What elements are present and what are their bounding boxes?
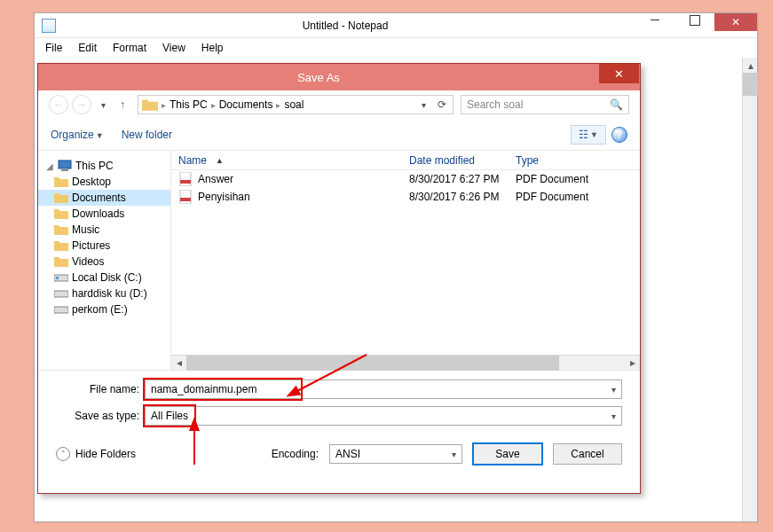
folder-tree[interactable]: ◢ This PC Desktop Documents Downloads Mu… — [38, 151, 171, 370]
scrollbar-horizontal[interactable]: ◂ ▸ — [171, 355, 640, 370]
file-type: PDF Document — [509, 173, 640, 185]
tree-downloads[interactable]: Downloads — [38, 206, 170, 222]
tree-label: Music — [72, 223, 99, 236]
tree-label: Videos — [72, 255, 104, 268]
saveastype-select[interactable]: All Files — [145, 406, 622, 426]
tree-pictures[interactable]: Pictures — [38, 238, 170, 254]
tree-disk-e[interactable]: perkom (E:) — [38, 301, 170, 317]
pdf-file-icon — [178, 190, 193, 204]
minimize-button[interactable] — [635, 12, 674, 29]
hide-folders-button[interactable]: ˄ Hide Folders — [56, 447, 136, 461]
svg-rect-4 — [54, 291, 68, 297]
scroll-right-icon[interactable]: ▸ — [625, 356, 640, 370]
svg-rect-9 — [180, 198, 191, 201]
scroll-up-icon[interactable]: ▴ — [743, 58, 758, 73]
breadcrumb[interactable]: ▸ This PC ▸ Documents ▸ soal ▾ ⟳ — [138, 95, 454, 114]
nav-forward-button[interactable]: → — [72, 95, 91, 114]
save-fields: File name: nama_domainmu.pem Save as typ… — [38, 371, 640, 436]
view-options-button[interactable]: ☷▼ — [571, 125, 606, 145]
save-as-dialog: Save As ← → ▾ ↑ ▸ This PC ▸ Documents ▸ … — [37, 63, 641, 494]
file-name: Penyisihan — [198, 191, 250, 203]
svg-rect-1 — [61, 169, 68, 171]
folder-icon — [54, 255, 68, 268]
drive-icon — [54, 271, 68, 284]
notepad-app-icon — [42, 19, 56, 33]
scrollbar-vertical[interactable]: ▴ — [742, 58, 757, 521]
tree-label: Pictures — [72, 239, 110, 252]
menu-edit[interactable]: Edit — [71, 40, 104, 56]
drive-icon — [54, 303, 68, 316]
menu-help[interactable]: Help — [194, 40, 231, 56]
search-input[interactable]: Search soal 🔍 — [461, 95, 629, 114]
tree-disk-c[interactable]: Local Disk (C:) — [38, 270, 170, 286]
sort-asc-icon: ▲ — [216, 156, 224, 165]
column-type[interactable]: Type — [509, 154, 640, 167]
tree-label: perkom (E:) — [72, 303, 128, 316]
scroll-thumb[interactable] — [743, 73, 758, 96]
saveas-titlebar[interactable]: Save As — [38, 64, 640, 90]
breadcrumb-soal[interactable]: soal — [280, 98, 307, 111]
notepad-titlebar[interactable]: Untitled - Notepad — [35, 13, 757, 38]
notepad-menu-bar: File Edit Format View Help — [35, 38, 757, 58]
file-date: 8/30/2017 6:26 PM — [402, 191, 509, 203]
nav-up-button[interactable]: ↑ — [114, 98, 130, 111]
drive-icon — [54, 287, 68, 300]
scroll-left-icon[interactable]: ◂ — [171, 356, 186, 370]
saveastype-label: Save as type: — [56, 410, 145, 422]
saveas-title: Save As — [38, 71, 599, 84]
file-list: Name▲ Date modified Type Answer 8/30/201… — [171, 151, 640, 370]
file-list-header[interactable]: Name▲ Date modified Type — [171, 151, 640, 170]
column-name[interactable]: Name▲ — [171, 154, 402, 167]
encoding-value: ANSI — [335, 448, 360, 460]
tree-documents[interactable]: Documents — [38, 190, 170, 206]
column-date[interactable]: Date modified — [402, 154, 509, 167]
folder-icon — [54, 223, 68, 236]
maximize-button[interactable] — [674, 12, 714, 29]
scroll-thumb[interactable] — [186, 356, 559, 371]
svg-rect-8 — [180, 190, 191, 204]
file-row[interactable]: Penyisihan 8/30/2017 6:26 PM PDF Documen… — [171, 188, 640, 206]
organize-menu[interactable]: Organize▼ — [51, 129, 104, 141]
search-placeholder: Search soal — [467, 98, 523, 111]
menu-file[interactable]: File — [38, 40, 69, 56]
tree-music[interactable]: Music — [38, 222, 170, 238]
desktop-icons-column — [0, 0, 27, 532]
encoding-label: Encoding: — [272, 448, 319, 460]
close-button[interactable] — [714, 13, 757, 31]
help-button[interactable]: ? — [611, 127, 627, 143]
toolbar: Organize▼ New folder ☷▼ ? — [38, 119, 640, 151]
file-list-body[interactable]: Answer 8/30/2017 6:27 PM PDF Document Pe… — [171, 170, 640, 355]
breadcrumb-documents[interactable]: Documents — [216, 98, 277, 111]
search-icon: 🔍 — [610, 98, 623, 111]
new-folder-button[interactable]: New folder — [122, 129, 172, 141]
nav-back-button[interactable]: ← — [49, 95, 68, 114]
svg-rect-6 — [180, 172, 191, 186]
saveas-close-button[interactable] — [599, 64, 639, 83]
tree-expand-icon[interactable]: ◢ — [45, 161, 54, 171]
folder-icon — [54, 239, 68, 252]
nav-history-dropdown[interactable]: ▾ — [95, 100, 111, 110]
chevron-down-icon: ▼ — [96, 131, 104, 140]
file-date: 8/30/2017 6:27 PM — [402, 173, 509, 185]
tree-desktop[interactable]: Desktop — [38, 174, 170, 190]
breadcrumb-this-pc[interactable]: This PC — [166, 98, 211, 111]
refresh-icon[interactable]: ⟳ — [431, 98, 453, 111]
tree-this-pc[interactable]: ◢ This PC — [38, 158, 170, 174]
tree-label: Desktop — [72, 176, 111, 188]
dialog-bottom-bar: ˄ Hide Folders Encoding: ANSI Save Cance… — [38, 436, 640, 475]
save-button[interactable]: Save — [473, 443, 542, 465]
tree-videos[interactable]: Videos — [38, 254, 170, 270]
tree-disk-d[interactable]: harddisk ku (D:) — [38, 286, 170, 301]
saveastype-value: All Files — [151, 410, 188, 422]
menu-view[interactable]: View — [155, 40, 193, 56]
filename-input[interactable]: nama_domainmu.pem — [145, 379, 622, 399]
file-row[interactable]: Answer 8/30/2017 6:27 PM PDF Document — [171, 170, 640, 188]
cancel-button[interactable]: Cancel — [553, 443, 622, 465]
filename-value: nama_domainmu.pem — [151, 383, 256, 395]
tree-label: Downloads — [72, 207, 124, 220]
folder-icon — [142, 98, 158, 112]
folder-icon — [54, 207, 68, 220]
menu-format[interactable]: Format — [106, 40, 154, 56]
breadcrumb-dropdown[interactable]: ▾ — [415, 100, 431, 110]
encoding-select[interactable]: ANSI — [329, 444, 462, 464]
